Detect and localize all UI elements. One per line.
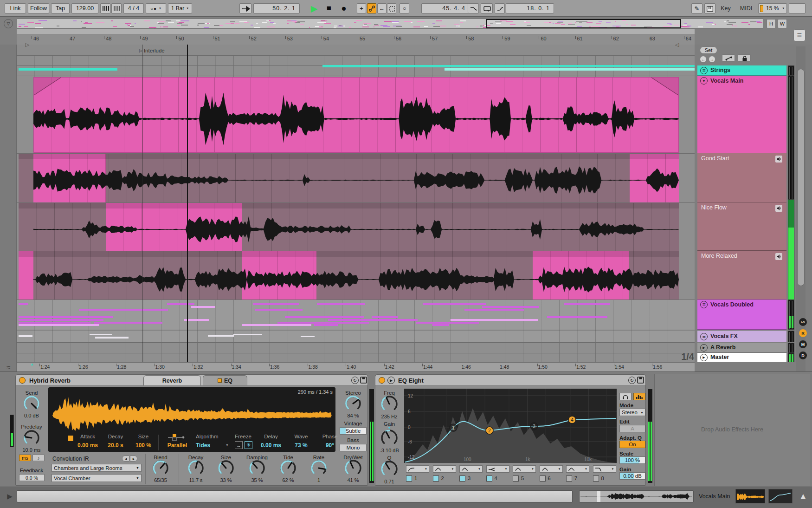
decay-knob[interactable]	[186, 458, 206, 478]
draw-mode-button[interactable]	[387, 3, 396, 13]
band-4-filter-select[interactable]: ▼	[486, 465, 509, 473]
stereo-knob[interactable]	[343, 394, 363, 413]
predelay-value[interactable]: 10.0 ms	[18, 447, 45, 453]
mixer-sections-button[interactable]: ☰	[793, 29, 806, 41]
device-on-led[interactable]	[379, 377, 385, 384]
time-signature-field[interactable]: 4 / 4	[123, 3, 144, 13]
ir-file-select[interactable]: Vocal Chamber▼	[52, 474, 142, 482]
predelay-ms-button[interactable]: ms	[19, 455, 31, 461]
re-enable-automation-button[interactable]: ←	[377, 3, 387, 13]
key-map-button[interactable]: Key	[717, 3, 734, 13]
damping-knob[interactable]	[247, 458, 267, 478]
show-returns-button[interactable]: R	[799, 329, 807, 337]
output-gain-field[interactable]: 0.00 dB	[619, 472, 645, 480]
freq-knob[interactable]	[379, 394, 400, 414]
info-status-field[interactable]	[17, 490, 573, 502]
edit-ab-button[interactable]: A	[619, 425, 645, 432]
q-value[interactable]: 0.71	[375, 479, 403, 484]
quantize-menu[interactable]: ○●▼	[146, 3, 166, 13]
vertical-scrollbar-thumb[interactable]	[797, 69, 805, 286]
automation-mode-button[interactable]	[367, 3, 376, 13]
loop-brace-end-icon[interactable]: ◁	[674, 41, 680, 48]
overview-view-rect[interactable]	[486, 19, 681, 28]
size-knob[interactable]	[216, 458, 236, 478]
overview-h-zoom-button[interactable]: H	[767, 19, 776, 28]
midi-map-button[interactable]: MIDI	[737, 3, 755, 13]
show-mixer-button[interactable]: M	[799, 340, 807, 348]
ir-prev-button[interactable]: ◂	[122, 456, 129, 462]
strings-clip[interactable]	[445, 68, 695, 71]
prev-locator-button[interactable]: ←	[700, 56, 707, 63]
track-header-good-start[interactable]: Good Start	[697, 153, 786, 202]
band-7-enable-checkbox[interactable]	[566, 475, 572, 482]
speaker-icon[interactable]	[775, 205, 782, 212]
speaker-icon[interactable]	[775, 156, 782, 163]
band-7-filter-select[interactable]: ▼	[566, 465, 589, 473]
scale-field[interactable]: 100 %	[619, 456, 645, 464]
q-knob[interactable]	[379, 459, 400, 479]
loop-start-field[interactable]: 45. 4. 4	[421, 3, 470, 13]
band-2-filter-select[interactable]: ▼	[433, 465, 456, 473]
algorithm-value[interactable]: Tides	[196, 442, 210, 449]
band-3-filter-select[interactable]: ▼	[459, 465, 483, 473]
gain-knob[interactable]	[379, 428, 400, 448]
play-device-icon[interactable]: ▶	[700, 344, 708, 352]
arrangement-overview[interactable]	[17, 19, 763, 29]
size-value[interactable]: 33 %	[210, 477, 242, 483]
new-midi-button[interactable]: +	[357, 3, 366, 13]
blend-knob[interactable]	[151, 458, 170, 478]
send-knob[interactable]	[22, 394, 41, 413]
tab-eq[interactable]: EQ	[203, 375, 247, 385]
analyzer-button[interactable]	[633, 393, 645, 400]
metronome-countin-icon[interactable]	[100, 3, 110, 13]
track-header-vocals-doubled[interactable]: ☰Vocals Doubled	[697, 300, 786, 330]
freq-value[interactable]: 235 Hz	[375, 414, 403, 419]
hotswap-button[interactable]: ↻	[351, 377, 359, 384]
freeze-in-button[interactable]: →	[235, 441, 243, 449]
speaker-icon[interactable]	[775, 253, 782, 260]
routing-value[interactable]: Parallel	[157, 442, 198, 449]
rate-knob[interactable]	[309, 458, 329, 478]
overload-indicator[interactable]	[789, 3, 806, 13]
band-1-filter-select[interactable]: ▼	[406, 465, 429, 473]
tide-knob[interactable]	[278, 458, 298, 478]
play-device-icon[interactable]: ▶	[700, 354, 708, 361]
decay-value[interactable]: 11.7 s	[180, 477, 212, 483]
link-button[interactable]: Link	[5, 3, 26, 13]
back-to-arrangement-indicator[interactable]: ▽	[4, 19, 13, 28]
feedback-value[interactable]: 0.0 %	[19, 474, 45, 481]
clip-preview-box[interactable]	[579, 490, 694, 502]
arrangement-position-field[interactable]: 50. 2. 1	[253, 3, 300, 13]
hotswap-button[interactable]: ↻	[628, 377, 636, 384]
track-header-master[interactable]: ▶Master	[697, 353, 786, 362]
take-lane-clip-highlight[interactable]	[19, 251, 33, 300]
gain-value[interactable]: -3.10 dB	[375, 448, 403, 453]
track-menu-icon[interactable]: ☰	[700, 301, 708, 308]
band-1-enable-checkbox[interactable]	[406, 475, 412, 482]
track-header-more-relaxed[interactable]: More Relaxed	[697, 251, 786, 300]
play-device-icon[interactable]: ▶	[387, 377, 395, 384]
send-value[interactable]: 0.0 dB	[18, 413, 45, 418]
tap-button[interactable]: Tap	[51, 3, 70, 13]
device-thumbnail-eq[interactable]	[768, 489, 793, 503]
band-4-enable-checkbox[interactable]	[486, 475, 492, 482]
set-locator-button[interactable]: Set	[700, 46, 717, 54]
track-header-vocals-main[interactable]: ▼Vocals Main	[697, 76, 786, 153]
tide-value[interactable]: 62 %	[272, 477, 304, 483]
playhead-line[interactable]	[187, 45, 188, 371]
algorithm-dropdown-icon[interactable]: ▼	[226, 443, 229, 447]
blend-value[interactable]: 65/35	[144, 477, 177, 483]
ir-category-select[interactable]: Chambers and Large Rooms▼	[52, 464, 142, 472]
cpu-meter[interactable]: 15 %▼	[758, 3, 787, 13]
drywet-value[interactable]: 41 %	[339, 477, 367, 483]
band-6-enable-checkbox[interactable]	[540, 475, 546, 482]
show-devices-button[interactable]: D	[799, 352, 807, 359]
automation-lane-button[interactable]	[722, 54, 735, 62]
follow-button[interactable]: Follow	[28, 3, 49, 13]
follow-playhead-button[interactable]	[239, 3, 251, 13]
show-io-button[interactable]: I-O	[799, 318, 807, 326]
ir-next-button[interactable]: ▸	[130, 456, 137, 462]
rate-value[interactable]: 1	[303, 477, 335, 483]
metronome-icon[interactable]	[111, 3, 122, 13]
next-locator-button[interactable]: →	[709, 56, 715, 63]
